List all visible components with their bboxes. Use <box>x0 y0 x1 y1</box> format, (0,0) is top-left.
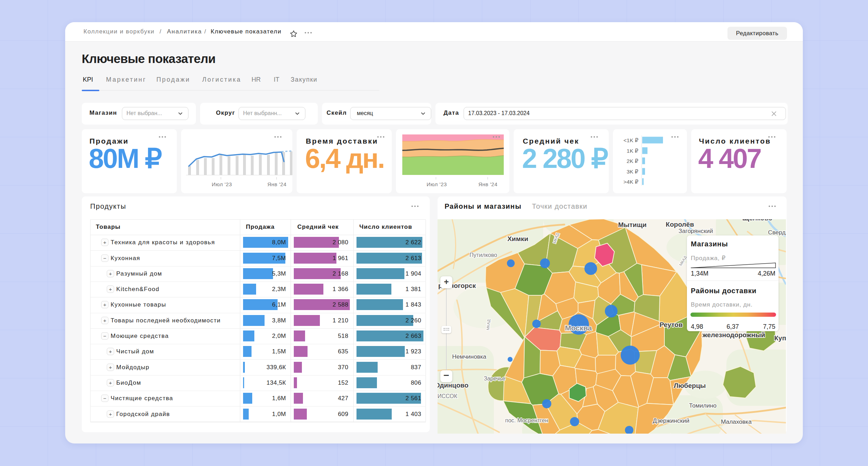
svg-text:ИССОК: ИССОК <box>438 393 458 399</box>
svg-text:Куп: Куп <box>774 334 786 342</box>
svg-text:Реутов: Реутов <box>659 321 683 328</box>
svg-text:Путилково: Путилково <box>470 252 497 258</box>
svg-text:Томилино: Томилино <box>689 402 717 409</box>
svg-text:2K ₽: 2K ₽ <box>627 158 638 164</box>
svg-text:>4K ₽: >4K ₽ <box>624 179 638 185</box>
svg-text:Химки: Химки <box>507 235 528 243</box>
svg-text:Малаховка: Малаховка <box>721 418 752 425</box>
svg-text:Немчиновка: Немчиновка <box>452 353 486 360</box>
svg-text:железнодорожный: железнодорожный <box>702 331 765 339</box>
svg-text:1K ₽: 1K ₽ <box>627 148 638 154</box>
svg-text:Дзержинский: Дзержинский <box>653 417 689 424</box>
svg-text:Заречье: Заречье <box>484 376 506 382</box>
svg-text:Одинцово: Одинцово <box>438 382 469 389</box>
svg-text:Щелково: Щелково <box>742 219 773 222</box>
svg-text:Королёв: Королёв <box>666 221 694 228</box>
svg-text:3K ₽: 3K ₽ <box>627 169 638 175</box>
svg-text:Мытищи: Мытищи <box>618 221 647 228</box>
svg-text:<1K ₽: <1K ₽ <box>624 137 638 143</box>
svg-text:Москва: Москва <box>565 324 592 332</box>
svg-text:Свердл: Свердл <box>768 229 786 236</box>
svg-text:Люберцы: Люберцы <box>674 382 706 389</box>
svg-text:пос. Мосрентген: пос. Мосрентген <box>505 417 548 423</box>
svg-text:Загорянский: Загорянский <box>678 228 713 234</box>
